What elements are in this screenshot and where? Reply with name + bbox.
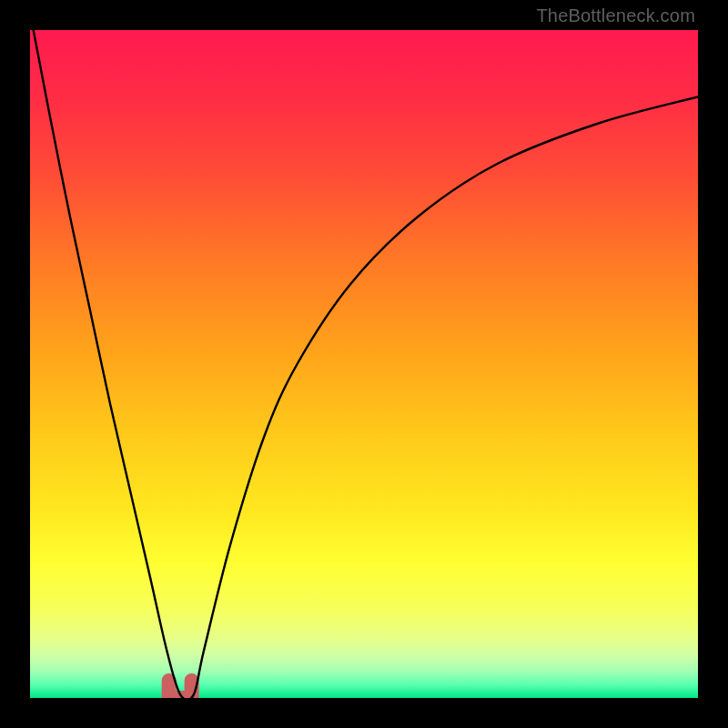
plot-area	[30, 30, 698, 698]
watermark-text: TheBottleneck.com	[536, 5, 695, 26]
bottleneck-curve	[34, 30, 698, 698]
bottleneck-curve-svg	[30, 30, 698, 698]
chart-frame: TheBottleneck.com	[0, 0, 728, 728]
